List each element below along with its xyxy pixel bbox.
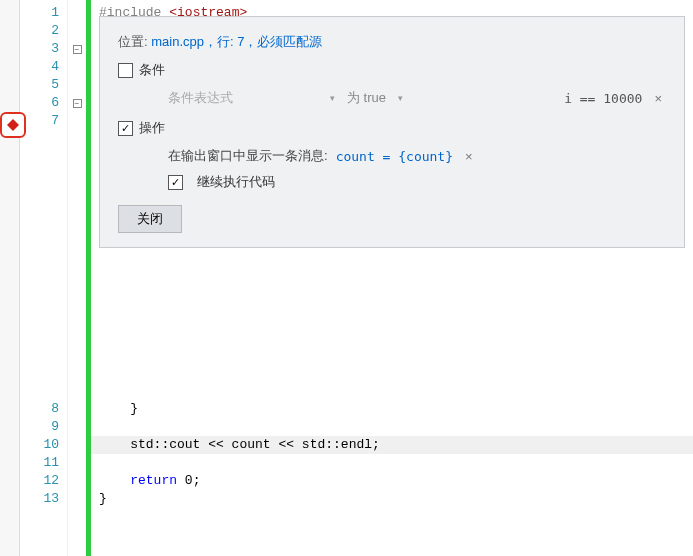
code-line[interactable]: } — [91, 400, 693, 418]
line-number: 10 — [20, 436, 67, 454]
line-number-gutter: 1 2 3 4 5 6 7 8 9 10 11 12 13 — [20, 0, 68, 556]
line-number: 4 — [20, 58, 67, 76]
condition-checkbox[interactable] — [118, 63, 133, 78]
action-label: 操作 — [139, 119, 165, 137]
action-message-label: 在输出窗口中显示一条消息: — [168, 147, 328, 165]
line-number: 12 — [20, 472, 67, 490]
code-text-area[interactable]: #include <iostream> int main() { int cou… — [91, 0, 693, 556]
line-number: 3 — [20, 40, 67, 58]
code-line[interactable]: return 0; — [91, 472, 693, 490]
code-line[interactable]: std::cout << count << std::endl; — [91, 436, 693, 454]
breakpoint-settings-popup: 位置: main.cpp，行: 7，必须匹配源 条件 条件表达式 ▾ 为 tru… — [99, 16, 685, 248]
location-label: 位置: — [118, 33, 148, 51]
fold-gutter: − − — [68, 0, 86, 556]
code-editor: 1 2 3 4 5 6 7 8 9 10 11 12 13 − − #inclu… — [0, 0, 693, 556]
line-number: 2 — [20, 22, 67, 40]
chevron-down-icon[interactable]: ▾ — [398, 93, 403, 103]
code-line[interactable]: } — [91, 490, 693, 508]
line-number: 5 — [20, 76, 67, 94]
condition-sample-value: i == 10000 — [564, 91, 642, 106]
location-link[interactable]: main.cpp，行: 7，必须匹配源 — [151, 33, 322, 51]
fold-toggle-icon[interactable]: − — [68, 40, 86, 58]
continue-execution-label: 继续执行代码 — [197, 173, 275, 191]
continue-execution-checkbox[interactable]: ✓ — [168, 175, 183, 190]
action-checkbox[interactable]: ✓ — [118, 121, 133, 136]
condition-label: 条件 — [139, 61, 165, 79]
line-number: 6 — [20, 94, 67, 112]
line-number: 7 — [20, 112, 67, 130]
close-button[interactable]: 关闭 — [118, 205, 182, 233]
code-line[interactable] — [91, 418, 693, 436]
line-number: 13 — [20, 490, 67, 508]
svg-marker-0 — [7, 119, 19, 131]
chevron-down-icon[interactable]: ▾ — [330, 93, 335, 103]
condition-mode-dropdown[interactable]: 为 true — [347, 89, 386, 107]
condition-expression-input[interactable]: 条件表达式 — [168, 89, 318, 107]
remove-condition-icon[interactable]: × — [650, 91, 666, 106]
line-number: 8 — [20, 400, 67, 418]
code-line[interactable] — [91, 454, 693, 472]
remove-action-icon[interactable]: × — [461, 149, 477, 164]
breakpoint-gutter[interactable] — [0, 0, 20, 556]
line-number: 11 — [20, 454, 67, 472]
fold-toggle-icon[interactable]: − — [68, 94, 86, 112]
line-number: 9 — [20, 418, 67, 436]
line-number: 1 — [20, 4, 67, 22]
breakpoint-diamond-icon[interactable] — [0, 112, 26, 138]
action-message-value[interactable]: count = {count} — [336, 149, 453, 164]
